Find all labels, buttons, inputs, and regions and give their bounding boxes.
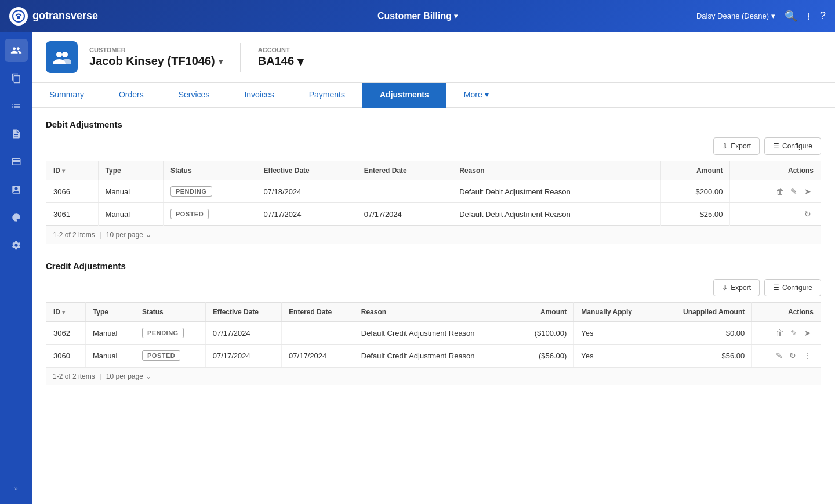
apps-icon[interactable]: ≀	[807, 10, 811, 23]
debit-col-effective-date: Effective Date	[256, 161, 357, 180]
credit-per-page[interactable]: 10 per page ⌄	[106, 372, 151, 380]
configure-icon-2: ☰	[773, 284, 779, 292]
tab-bar: Summary Orders Services Invoices Payment…	[32, 83, 835, 108]
credit-col-status: Status	[135, 303, 206, 322]
debit-row2-entered-date: 07/17/2024	[357, 203, 452, 226]
edit-icon[interactable]: ✎	[788, 186, 800, 197]
debit-row1-id: 3066	[46, 180, 99, 203]
more-icon[interactable]: ⋮	[801, 350, 814, 361]
send-icon[interactable]: ➤	[802, 186, 814, 197]
page-content: Debit Adjustments ⇩ Export ☰ Configure I…	[32, 108, 835, 504]
credit-items-count: 1-2 of 2 items	[53, 372, 95, 380]
debit-row1-status: PENDING	[163, 180, 256, 203]
debit-row2-reason: Default Debit Adjustment Reason	[452, 203, 661, 226]
debit-row1-entered-date	[357, 180, 452, 203]
debit-col-status: Status	[163, 161, 256, 180]
delete-icon[interactable]: 🗑	[774, 186, 786, 197]
svg-point-1	[17, 16, 20, 19]
customer-dropdown[interactable]: ▾	[219, 57, 223, 66]
debit-row2-type: Manual	[98, 203, 163, 226]
credit-row1-manually-apply: Yes	[574, 322, 656, 345]
debit-adjustments-section: Debit Adjustments ⇩ Export ☰ Configure I…	[46, 119, 821, 244]
sort-icon-2[interactable]: ▾	[62, 309, 65, 316]
sidebar-expand-btn[interactable]: »	[5, 480, 28, 497]
send-icon-2[interactable]: ➤	[802, 327, 814, 339]
credit-configure-btn[interactable]: ☰ Configure	[764, 279, 821, 296]
customer-name: Jacob Kinsey (TF1046) ▾	[89, 55, 223, 68]
sidebar-item-settings[interactable]	[5, 234, 28, 257]
account-id-display: BA146 ▾	[258, 55, 303, 68]
debit-col-id: ID ▾	[46, 161, 99, 180]
credit-col-type: Type	[85, 303, 135, 322]
customer-info: CUSTOMER Jacob Kinsey (TF1046) ▾	[89, 46, 223, 68]
undo-icon-2[interactable]: ↻	[787, 350, 798, 361]
sidebar: »	[0, 32, 32, 504]
per-page-chevron-2: ⌄	[146, 372, 151, 380]
delete-icon-2[interactable]: 🗑	[774, 327, 786, 339]
customer-avatar	[46, 41, 78, 73]
account-info: ACCOUNT BA146 ▾	[258, 46, 303, 68]
sidebar-item-copy[interactable]	[5, 67, 28, 90]
debit-configure-btn[interactable]: ☰ Configure	[764, 137, 821, 155]
debit-col-entered-date: Entered Date	[357, 161, 452, 180]
credit-row2-amount: ($56.00)	[515, 345, 574, 367]
debit-row-2: 3061 Manual POSTED 07/17/2024 07/17/2024…	[46, 203, 821, 226]
credit-export-btn[interactable]: ⇩ Export	[713, 279, 760, 296]
credit-row2-id: 3060	[46, 345, 86, 367]
credit-row2-entered-date: 07/17/2024	[282, 345, 354, 367]
edit-icon-3[interactable]: ✎	[774, 350, 785, 361]
sort-icon[interactable]: ▾	[62, 168, 65, 174]
per-page-chevron: ⌄	[146, 231, 151, 239]
debit-pagination: 1-2 of 2 items | 10 per page ⌄	[46, 226, 821, 244]
configure-icon: ☰	[773, 142, 779, 150]
debit-table: ID ▾ Type Status Effective Date Entered …	[46, 161, 821, 226]
sidebar-item-calculator[interactable]	[5, 178, 28, 201]
svg-point-2	[56, 52, 62, 57]
credit-row1-amount: ($100.00)	[515, 322, 574, 345]
credit-row-1: 3062 Manual PENDING 07/17/2024 Default C…	[46, 322, 821, 345]
credit-row1-reason: Default Credit Adjustment Reason	[354, 322, 515, 345]
search-icon[interactable]: 🔍	[785, 10, 797, 23]
debit-row1-reason: Default Debit Adjustment Reason	[452, 180, 661, 203]
tab-payments[interactable]: Payments	[292, 83, 362, 108]
help-icon[interactable]: ?	[820, 10, 826, 22]
credit-col-id: ID ▾	[46, 303, 86, 322]
debit-items-count: 1-2 of 2 items	[53, 231, 95, 239]
app-logo[interactable]: gotransverse	[9, 7, 98, 26]
debit-col-type: Type	[98, 161, 163, 180]
tab-summary[interactable]: Summary	[32, 83, 101, 108]
undo-icon[interactable]: ↻	[802, 208, 814, 220]
debit-toolbar: ⇩ Export ☰ Configure	[46, 137, 821, 155]
tab-orders[interactable]: Orders	[101, 83, 161, 108]
credit-col-manually-apply: Manually Apply	[574, 303, 656, 322]
user-menu[interactable]: Daisy Deane (Deane) ▾	[696, 12, 775, 20]
debit-row1-effective-date: 07/18/2024	[256, 180, 357, 203]
debit-per-page[interactable]: 10 per page ⌄	[106, 231, 151, 239]
export-icon-2: ⇩	[722, 284, 728, 292]
sidebar-item-card[interactable]	[5, 150, 28, 173]
credit-pagination: 1-2 of 2 items | 10 per page ⌄	[46, 367, 821, 385]
tab-more[interactable]: More ▾	[446, 83, 506, 108]
credit-adjustments-title: Credit Adjustments	[46, 261, 821, 271]
credit-row1-status: PENDING	[135, 322, 206, 345]
tab-services[interactable]: Services	[161, 83, 227, 108]
debit-row-1: 3066 Manual PENDING 07/18/2024 Default D…	[46, 180, 821, 203]
credit-row2-manually-apply: Yes	[574, 345, 656, 367]
tab-adjustments[interactable]: Adjustments	[362, 83, 446, 108]
account-dropdown[interactable]: ▾	[297, 55, 303, 68]
sidebar-item-palette[interactable]	[5, 206, 28, 229]
nav-right-actions: Daisy Deane (Deane) ▾ 🔍 ≀ ?	[696, 10, 826, 23]
edit-icon-2[interactable]: ✎	[788, 327, 800, 339]
credit-table: ID ▾ Type Status Effective Date Entered …	[46, 302, 821, 367]
debit-export-btn[interactable]: ⇩ Export	[713, 137, 760, 155]
sidebar-item-people[interactable]	[5, 39, 28, 62]
credit-row2-reason: Default Credit Adjustment Reason	[354, 345, 515, 367]
sidebar-item-document[interactable]	[5, 122, 28, 146]
tab-invoices[interactable]: Invoices	[227, 83, 291, 108]
credit-adjustments-section: Credit Adjustments ⇩ Export ☰ Configure …	[46, 261, 821, 385]
customer-label: CUSTOMER	[89, 46, 223, 53]
debit-row2-id: 3061	[46, 203, 99, 226]
sidebar-item-list[interactable]	[5, 95, 28, 118]
debit-sep: |	[100, 231, 101, 239]
debit-row2-amount: $25.00	[660, 203, 730, 226]
